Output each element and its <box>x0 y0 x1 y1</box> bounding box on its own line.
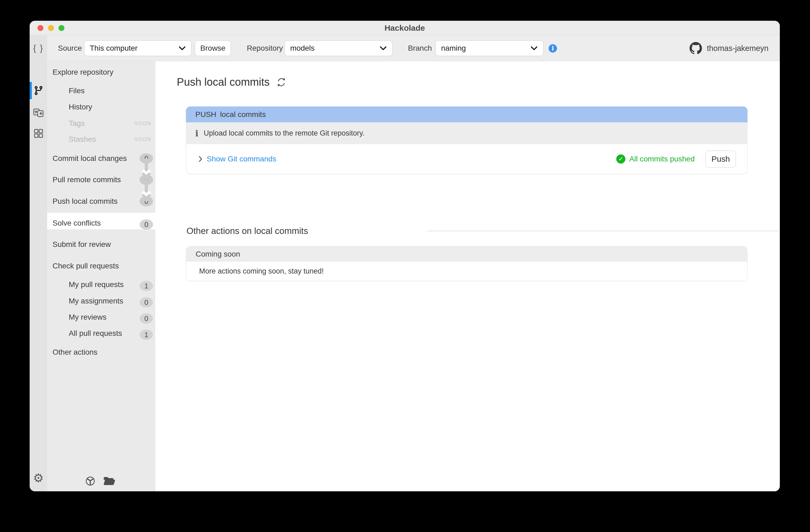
globe-icon[interactable] <box>85 476 96 486</box>
github-account[interactable]: thomas-jakemeyn <box>690 35 768 61</box>
sidebar-item-my-assignments[interactable]: My assignments 0 <box>47 293 155 309</box>
sidebar-item-submit-for-review[interactable]: Submit for review <box>47 236 155 253</box>
sidebar-item-push-local-commits[interactable]: Push local commits 0 <box>47 193 155 209</box>
show-git-commands[interactable]: Show Git commands <box>199 155 276 163</box>
workflow-connector <box>141 153 152 205</box>
sidebar-item-my-reviews[interactable]: My reviews 0 <box>47 309 155 325</box>
git-branch-icon[interactable] <box>30 82 47 99</box>
chevron-down-icon <box>178 46 186 51</box>
coming-soon-panel: Coming soon More actions coming soon, st… <box>186 246 747 281</box>
push-panel-header-rest: local commits <box>220 110 266 119</box>
sidebar-item-solve-conflicts[interactable]: Solve conflicts 0 <box>47 215 155 231</box>
activity-rail: { } ⚙ <box>30 35 47 491</box>
sidebar-item-other-actions[interactable]: Other actions <box>47 344 155 360</box>
branch-select[interactable]: naming <box>435 41 544 56</box>
sidebar-footer <box>85 476 116 486</box>
count-badge: 1 <box>140 329 153 340</box>
repository-label: Repository <box>247 35 283 61</box>
github-icon <box>690 42 702 54</box>
coming-soon-header: Coming soon <box>186 246 747 262</box>
branch-label: Branch <box>408 35 432 61</box>
sidebar-item-my-pull-requests[interactable]: My pull requests 1 <box>47 276 155 293</box>
push-button[interactable]: Push <box>706 151 736 167</box>
chevron-right-icon <box>199 156 202 162</box>
branch-select-value: naming <box>441 44 466 52</box>
push-panel-header: PUSH local commits <box>186 107 747 122</box>
sidebar-item-explore-repository[interactable]: Explore repository <box>47 64 155 80</box>
browse-button[interactable]: Browse <box>195 41 231 56</box>
sidebar-item-tags: Tags SOON <box>47 115 155 131</box>
push-panel: PUSH local commits i Upload local commit… <box>186 107 747 174</box>
sidebar-item-files[interactable]: Files <box>47 83 155 99</box>
sidebar-item-history[interactable]: History <box>47 99 155 115</box>
main-content: Push local commits PUSH local commits <box>155 61 780 491</box>
open-folder-icon[interactable] <box>103 476 116 486</box>
toolbar: Source This computer Browse Repository m… <box>47 35 780 61</box>
show-git-commands-label: Show Git commands <box>207 155 276 163</box>
app-window: Hackolade Source This computer Browse Re… <box>30 21 780 491</box>
sidebar-item-commit-local-changes[interactable]: Commit local changes 0 <box>47 150 155 166</box>
push-status-text: All commits pushed <box>629 155 695 163</box>
soon-badge: SOON <box>134 120 151 126</box>
push-panel-actions-row: Show Git commands ✓ All commits pushed P… <box>186 144 747 174</box>
sidebar-nav: Explore repository Files History Tags SO… <box>47 61 155 491</box>
title-bar: Hackolade <box>30 21 780 35</box>
count-badge: 1 <box>140 281 153 291</box>
refresh-icon[interactable] <box>276 77 287 87</box>
source-label: Source <box>58 35 82 61</box>
settings-gear-icon[interactable]: ⚙ <box>30 471 47 485</box>
count-badge: 0 <box>140 297 153 307</box>
source-select[interactable]: This computer <box>84 41 192 56</box>
chevron-down-icon <box>530 46 538 51</box>
other-actions-section: Other actions on local commits <box>187 226 780 236</box>
braces-icon[interactable]: { } <box>30 39 47 57</box>
push-status: ✓ All commits pushed <box>616 155 695 164</box>
chevron-down-icon <box>379 46 387 51</box>
push-panel-info-row: i Upload local commits to the remote Git… <box>186 122 747 144</box>
sidebar-item-pull-remote-commits[interactable]: Pull remote commits 0 <box>47 172 155 188</box>
repository-select-value: models <box>290 44 314 52</box>
sidebar-item-stashes: Stashes SOON <box>47 131 155 147</box>
info-icon[interactable]: i <box>549 44 557 52</box>
screen: Hackolade Source This computer Browse Re… <box>0 0 810 532</box>
window-title: Hackolade <box>30 21 780 35</box>
soon-badge: SOON <box>134 136 151 142</box>
check-circle-icon: ✓ <box>616 155 626 164</box>
merge-models-icon[interactable] <box>30 104 47 121</box>
sidebar-item-all-pull-requests[interactable]: All pull requests 1 <box>47 325 155 341</box>
info-icon: i <box>193 129 201 138</box>
github-username: thomas-jakemeyn <box>707 44 768 53</box>
sidebar-item-check-pull-requests[interactable]: Check pull requests <box>47 258 155 274</box>
section-divider <box>427 231 779 231</box>
page-title: Push local commits <box>177 76 270 88</box>
count-badge: 0 <box>140 220 153 230</box>
grid-icon[interactable] <box>30 125 47 142</box>
push-panel-header-action: PUSH <box>195 110 216 119</box>
coming-soon-body: More actions coming soon, stay tuned! <box>186 262 747 281</box>
push-panel-info-text: Upload local commits to the remote Git r… <box>204 129 364 138</box>
other-actions-heading: Other actions on local commits <box>187 226 308 236</box>
count-badge: 0 <box>140 313 153 324</box>
source-select-value: This computer <box>90 44 137 52</box>
repository-select[interactable]: models <box>285 41 393 56</box>
